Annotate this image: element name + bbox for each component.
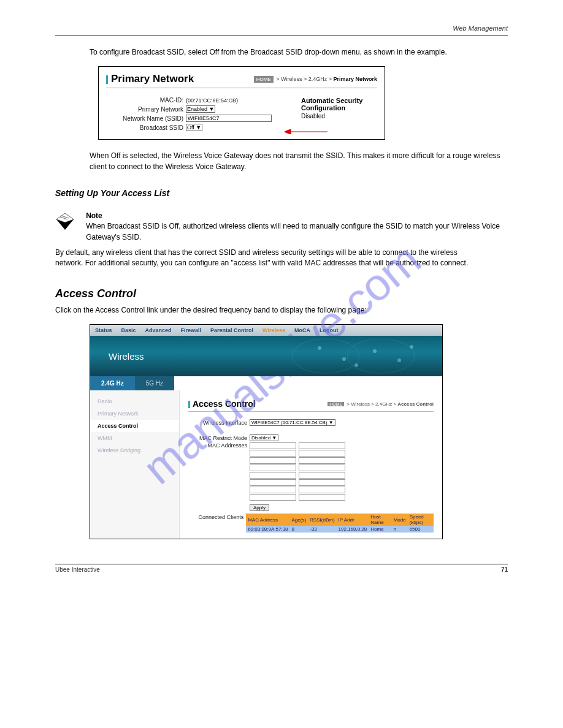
svg-point-9 <box>342 357 346 361</box>
th-ip: IP Addr <box>337 514 369 526</box>
connected-clients-label: Connected Clients <box>188 514 246 520</box>
figure-access-control: Status Basic Advanced Firewall Parental … <box>90 324 443 539</box>
mac-input[interactable] <box>299 479 345 486</box>
access-list-paragraph: By default, any wireless client that has… <box>55 248 483 269</box>
wireless-interface-label: Wireless Interface <box>188 420 250 426</box>
sidebar-item-access-control[interactable]: Access Control <box>90 420 179 432</box>
th-rssi: RSSI(dBm) <box>308 514 336 526</box>
breadcrumb-home-badge[interactable]: HOME <box>254 76 274 83</box>
sidebar: Radio Primary Network Access Control WMM… <box>90 390 180 539</box>
sidebar-item-wireless-bridging[interactable]: Wireless Bridging <box>90 444 179 457</box>
mac-input[interactable] <box>299 464 345 471</box>
access-list-heading: Setting Up Your Access List <box>55 188 508 198</box>
ac-breadcrumb: HOME > Wireless > 2.4GHz > Access Contro… <box>327 401 434 407</box>
nav-moca[interactable]: MoCA <box>294 327 310 333</box>
access-control-heading: Access Control <box>55 287 508 300</box>
clients-table: MAC Address Age(s) RSSI(dBm) IP Addr Hos… <box>246 514 434 533</box>
table-row: 60:03:08:9A:57:38 8 -33 192.168.0.28 Hom… <box>246 526 434 533</box>
th-speed: Speed (kbps) <box>408 514 434 526</box>
fig1-breadcrumb: HOME > Wireless > 2.4GHz > Primary Netwo… <box>254 76 377 82</box>
asc-title-line1: Automatic Security <box>301 97 377 104</box>
mac-id-value: (00:71:CC:8E:54:CB) <box>186 97 238 104</box>
figure-primary-network: Primary Network HOME > Wireless > 2.4GHz… <box>98 66 385 140</box>
svg-point-13 <box>354 363 358 367</box>
svg-point-10 <box>373 349 377 353</box>
access-control-paragraph: Click on the Access Control link under t… <box>55 305 508 316</box>
broadcast-ssid-select[interactable]: Off <box>186 124 202 131</box>
footer-page-number: 71 <box>501 566 508 573</box>
mid-paragraph: When Off is selected, the Wireless Voice… <box>90 151 508 172</box>
primary-network-select[interactable]: Enabled <box>186 105 215 113</box>
doc-header: Web Management <box>55 25 508 32</box>
mac-input[interactable] <box>250 464 296 471</box>
footer-left: Ubee Interactive <box>55 566 100 573</box>
mac-id-label: MAC-ID: <box>106 97 186 104</box>
sidebar-item-primary-network[interactable]: Primary Network <box>90 408 179 420</box>
svg-point-6 <box>292 339 359 373</box>
nav-wireless[interactable]: Wireless <box>262 327 285 333</box>
mac-input[interactable] <box>250 442 296 449</box>
mac-input[interactable] <box>250 457 296 464</box>
header-rule <box>55 36 508 36</box>
freq-tabs: 2.4G Hz 5G Hz <box>90 376 442 390</box>
th-age: Age(s) <box>290 514 308 526</box>
nav-status[interactable]: Status <box>95 327 112 333</box>
note-label: Note <box>86 211 508 220</box>
asc-select[interactable]: Disabled <box>301 113 325 119</box>
mac-restrict-label: MAC Restrict Mode <box>188 435 250 441</box>
nav-parental[interactable]: Parental Control <box>210 327 253 333</box>
breadcrumb-home-badge[interactable]: HOME <box>327 402 344 406</box>
mac-input[interactable] <box>250 472 296 479</box>
mac-input[interactable] <box>299 457 345 464</box>
ssid-label: Network Name (SSID) <box>106 115 186 122</box>
apply-button[interactable]: Apply <box>250 504 269 511</box>
mac-input[interactable] <box>250 450 296 457</box>
arrow-indicator <box>285 129 327 134</box>
nav-advanced[interactable]: Advanced <box>145 327 172 333</box>
nav-logout[interactable]: Logout <box>320 327 339 333</box>
svg-point-7 <box>347 339 415 373</box>
mac-input[interactable] <box>299 450 345 457</box>
svg-point-11 <box>397 358 401 362</box>
tab-5ghz[interactable]: 5G Hz <box>135 376 174 390</box>
svg-point-12 <box>410 345 413 349</box>
th-mac: MAC Address <box>246 514 289 526</box>
intro-paragraph: To configure Broadcast SSID, select Off … <box>90 47 508 58</box>
mac-input[interactable] <box>250 487 296 493</box>
mac-input[interactable] <box>299 472 345 479</box>
mac-input[interactable] <box>250 494 296 501</box>
svg-marker-1 <box>285 129 291 134</box>
tab-24ghz[interactable]: 2.4G Hz <box>90 376 135 390</box>
wireless-interface-select[interactable]: WIFI8E54C7 (00:71:CC:8E:54:CB) <box>250 419 335 426</box>
svg-point-8 <box>318 346 321 350</box>
ssid-input[interactable] <box>186 115 272 122</box>
mac-input[interactable] <box>299 442 345 449</box>
th-mode: Mode <box>392 514 408 526</box>
banner-title: Wireless <box>109 351 144 362</box>
primary-network-label: Primary Network <box>106 106 186 113</box>
mac-input[interactable] <box>250 479 296 486</box>
mac-restrict-select[interactable]: Disabled <box>250 434 278 441</box>
sidebar-item-radio[interactable]: Radio <box>90 395 179 408</box>
mac-addresses-label: MAC Addresses <box>188 442 250 449</box>
th-host: Host Name <box>369 514 391 526</box>
fig1-title: Primary Network <box>106 73 194 85</box>
mac-input[interactable] <box>299 487 345 493</box>
ac-title: Access Control <box>188 399 256 409</box>
mac-input[interactable] <box>299 494 345 501</box>
note-text: When Broadcast SSID is Off, authorized w… <box>86 221 508 243</box>
page-banner: Wireless <box>90 336 442 376</box>
top-nav: Status Basic Advanced Firewall Parental … <box>90 325 442 336</box>
broadcast-ssid-label: Broadcast SSID <box>106 124 186 131</box>
nav-firewall[interactable]: Firewall <box>181 327 202 333</box>
asc-title-line2: Configuration <box>301 104 377 112</box>
nav-basic[interactable]: Basic <box>121 327 136 333</box>
world-map-decor <box>289 336 442 376</box>
sidebar-item-wmm[interactable]: WMM <box>90 432 179 444</box>
note-icon <box>55 211 75 231</box>
